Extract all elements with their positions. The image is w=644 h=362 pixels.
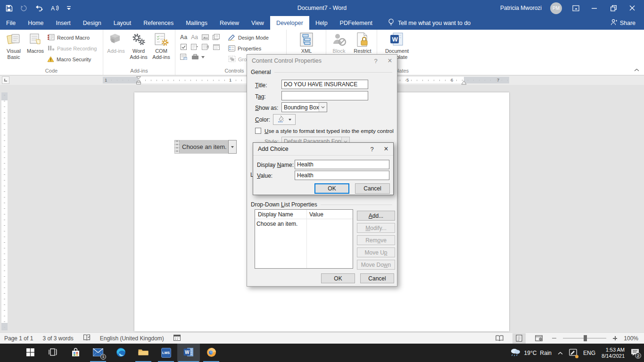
tab-home[interactable]: Home xyxy=(22,16,50,30)
value-field[interactable] xyxy=(295,171,389,180)
display-name-column-header[interactable]: Display Name xyxy=(255,211,306,218)
zoom-level[interactable]: 100% xyxy=(624,335,638,342)
tag-field[interactable] xyxy=(281,91,368,100)
plain-text-control-icon[interactable]: Aa xyxy=(189,32,200,42)
date-picker-control-icon[interactable] xyxy=(211,42,222,52)
com-addins-button[interactable]: COM Add-ins xyxy=(150,31,172,60)
cc-dialog-ok-button[interactable]: OK xyxy=(321,273,355,283)
content-control-text[interactable]: Choose an item. xyxy=(180,140,228,154)
print-layout-view-button[interactable] xyxy=(512,333,526,344)
tab-insert[interactable]: Insert xyxy=(50,16,77,30)
design-mode-button[interactable]: Design Mode xyxy=(228,33,269,42)
content-control-dropdown-arrow[interactable] xyxy=(228,140,237,154)
proofing-icon[interactable] xyxy=(83,334,91,343)
edge-browser-button[interactable] xyxy=(109,344,132,362)
cc-dialog-close-button[interactable]: × xyxy=(383,55,397,67)
mail-app-button[interactable]: 1 xyxy=(87,344,109,362)
legacy-tools-icon[interactable] xyxy=(189,52,208,62)
add-choice-ok-button[interactable]: OK xyxy=(314,183,349,194)
tab-stop-selector[interactable] xyxy=(2,76,9,84)
value-column-header[interactable]: Value xyxy=(306,211,326,218)
language-indicator[interactable]: English (United Kingdom) xyxy=(100,335,164,342)
zoom-in-button[interactable] xyxy=(613,336,617,340)
indent-marker[interactable] xyxy=(136,76,141,86)
title-field[interactable] xyxy=(281,80,368,89)
use-style-checkbox[interactable] xyxy=(255,128,261,134)
color-picker-button[interactable] xyxy=(273,114,296,125)
tab-review[interactable]: Review xyxy=(214,16,245,30)
word-taskbar-button[interactable]: W xyxy=(177,344,200,362)
record-macro-button[interactable]: Record Macro xyxy=(47,33,90,42)
page-indicator[interactable]: Page 1 of 1 xyxy=(4,335,33,342)
read-mode-view-button[interactable] xyxy=(493,333,506,344)
repeating-section-control-icon[interactable] xyxy=(178,52,189,62)
autosave-sync-icon[interactable] xyxy=(20,5,27,12)
cc-dialog-help-button[interactable]: ? xyxy=(369,55,383,67)
right-indent-marker[interactable] xyxy=(461,80,467,86)
content-control-handle[interactable] xyxy=(174,140,180,154)
microsoft-store-button[interactable] xyxy=(64,344,87,362)
add-choice-help-button[interactable]: ? xyxy=(365,143,379,155)
read-aloud-icon[interactable]: A xyxy=(51,5,59,11)
ink-workspace-icon[interactable] xyxy=(569,349,577,357)
tab-design[interactable]: Design xyxy=(77,16,107,30)
cc-dialog-title-bar[interactable]: Content Control Properties ? × xyxy=(247,55,397,67)
use-style-checkbox-label[interactable]: Use a style to format text typed into th… xyxy=(264,128,394,134)
show-as-dropdown[interactable]: Bounding Box xyxy=(281,102,327,112)
collapse-ribbon-icon[interactable] xyxy=(634,66,639,73)
weather-widget[interactable]: 19°C Rain xyxy=(510,347,552,358)
tab-developer[interactable]: Developer xyxy=(270,16,309,30)
undo-icon[interactable] xyxy=(35,5,43,11)
ribbon-display-options-icon[interactable] xyxy=(570,0,581,16)
chevron-down-icon[interactable] xyxy=(319,103,327,112)
picture-control-icon[interactable] xyxy=(200,32,211,42)
tab-file[interactable]: File xyxy=(0,16,22,30)
tell-me-box[interactable]: Tell me what you want to do xyxy=(381,16,477,30)
choice-list[interactable]: Display Name Value Choose an item. xyxy=(255,209,353,269)
tab-help[interactable]: Help xyxy=(309,16,334,30)
task-view-button[interactable] xyxy=(41,344,64,362)
word-addins-button[interactable]: Word Add-ins xyxy=(128,31,149,60)
pdfelement-button[interactable] xyxy=(200,344,223,362)
add-choice-button[interactable]: Add... xyxy=(357,211,395,221)
visual-basic-button[interactable]: Visual Basic xyxy=(3,31,25,60)
tab-pdfelement[interactable]: PDFelement xyxy=(334,16,379,30)
web-layout-view-button[interactable] xyxy=(532,333,545,344)
word-count[interactable]: 3 of 3 words xyxy=(42,335,73,342)
tab-layout[interactable]: Layout xyxy=(107,16,138,30)
customize-qat-icon[interactable] xyxy=(67,6,71,10)
zoom-slider-thumb[interactable] xyxy=(584,335,587,341)
zoom-slider[interactable] xyxy=(563,338,606,338)
signed-in-user[interactable]: Patricia Mworozi xyxy=(500,5,542,11)
add-choice-cancel-button[interactable]: Cancel xyxy=(355,183,390,194)
choice-list-row[interactable]: Choose an item. xyxy=(255,219,353,229)
add-choice-title-bar[interactable]: Add Choice ? × xyxy=(253,143,393,155)
tray-chevron-icon[interactable] xyxy=(558,350,563,356)
restrict-editing-button[interactable]: Restrict xyxy=(352,31,373,54)
macros-button[interactable]: Macros xyxy=(25,31,46,54)
dropdown-list-control-icon[interactable] xyxy=(200,42,211,52)
macro-security-button[interactable]: Macro Security xyxy=(47,55,91,64)
dropdown-content-control[interactable]: Choose an item. xyxy=(174,140,237,154)
tab-view[interactable]: View xyxy=(245,16,270,30)
file-explorer-button[interactable] xyxy=(132,344,155,362)
save-icon[interactable] xyxy=(6,5,13,12)
display-name-field[interactable] xyxy=(295,160,389,169)
clock[interactable]: 1:53 AM 8/14/2021 xyxy=(602,347,625,359)
minimize-button[interactable] xyxy=(589,0,600,16)
properties-button[interactable]: Properties xyxy=(228,44,261,53)
rich-text-control-icon[interactable]: Aa xyxy=(178,32,189,42)
combo-box-control-icon[interactable] xyxy=(189,42,200,52)
building-block-gallery-icon[interactable] xyxy=(211,32,222,42)
tab-mailings[interactable]: Mailings xyxy=(180,16,214,30)
close-button[interactable] xyxy=(627,0,637,16)
tab-references[interactable]: References xyxy=(137,16,180,30)
macro-recording-icon[interactable] xyxy=(173,335,181,342)
lms-app-button[interactable]: LMS xyxy=(155,344,177,362)
language-tray-indicator[interactable]: ENG xyxy=(583,350,595,356)
add-choice-close-button[interactable]: × xyxy=(379,143,393,155)
action-center-icon[interactable]: 2 xyxy=(631,348,639,357)
user-avatar[interactable]: PM xyxy=(550,2,562,14)
vertical-ruler[interactable] xyxy=(1,92,8,330)
zoom-out-button[interactable] xyxy=(552,338,556,339)
